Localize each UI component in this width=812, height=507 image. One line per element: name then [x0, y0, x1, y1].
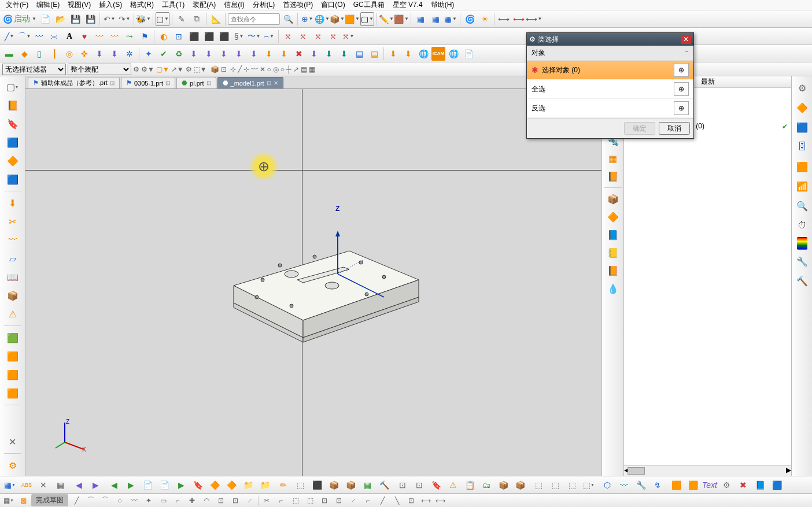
tab-3[interactable]: ⬣pl.prt⊡ [176, 77, 216, 88]
cube-icon[interactable]: 🟧▼ [345, 12, 359, 26]
lb-cut-icon[interactable]: ✂ [5, 213, 21, 230]
sun-icon[interactable]: ☀ [478, 12, 492, 26]
spline2-icon[interactable]: 〜▼ [247, 29, 261, 43]
bt1-doc2-icon[interactable]: 📄 [157, 478, 172, 492]
sb-t9-icon[interactable]: ╱ [376, 495, 389, 506]
cube2-icon[interactable]: 🟫▼ [394, 12, 408, 26]
sb-pt-icon[interactable]: ✦ [142, 495, 155, 506]
menu-insert[interactable]: 插入(S) [95, 0, 126, 10]
bt1-fold-icon[interactable]: 📁 [241, 478, 256, 492]
bt1-dia-icon[interactable]: 🔶 [207, 478, 222, 492]
sb-t1-icon[interactable]: ✂ [260, 495, 273, 506]
asm4-icon[interactable]: ┃ [47, 47, 61, 61]
snap-quad-icon[interactable]: ◎ [273, 65, 279, 73]
bt1-1-icon[interactable]: ▦▼ [2, 478, 17, 492]
sb-t3-icon[interactable]: ⬚ [289, 495, 302, 506]
lb-sheet-icon[interactable]: ▢▼ [5, 79, 21, 95]
swatch-icon[interactable]: ▢▼ [360, 12, 374, 26]
lb-box2-icon[interactable]: 📦 [5, 287, 21, 304]
bt1-o4-icon[interactable]: ⬚▼ [581, 478, 596, 492]
fly-icon[interactable]: 🐝▼ [136, 12, 150, 26]
search-icon[interactable]: 🔍 [281, 12, 295, 26]
lb-boxes2-icon[interactable]: 🟧 [5, 348, 21, 364]
rb2-10-icon[interactable]: 🔨 [794, 273, 810, 289]
new-icon[interactable]: 📄 [38, 12, 52, 26]
invert-icon[interactable]: ⊕ [674, 101, 689, 115]
sb-td-icon[interactable]: ⟷ [434, 495, 446, 506]
sb-t5-icon[interactable]: ⊡ [318, 495, 331, 506]
p10-icon[interactable]: ⬇ [322, 47, 336, 61]
bt1-x-icon[interactable]: ✕ [36, 478, 51, 492]
bt1-fwd-icon[interactable]: ▶ [123, 478, 138, 492]
line-icon[interactable]: ╱▼ [2, 29, 16, 43]
sb-rect-icon[interactable]: ▭ [157, 495, 169, 506]
bt1-gear-icon[interactable]: ⚙ [719, 478, 734, 492]
lb-warn-icon[interactable]: ⚠ [5, 306, 21, 322]
rb2-5-icon[interactable]: 📶 [794, 178, 810, 194]
lb-cube-icon[interactable]: 🟦 [5, 134, 21, 150]
sb-fil-icon[interactable]: ⌐ [171, 495, 184, 506]
rb-7-icon[interactable]: 📦 [605, 191, 621, 207]
menu-xingkong[interactable]: 星空 V7.4 [389, 0, 426, 10]
fork3-icon[interactable]: ⤲ [311, 29, 325, 43]
f6-icon[interactable]: ⬚▼ [194, 65, 207, 73]
bt1-o1-icon[interactable]: ⬚ [531, 478, 546, 492]
bt1-next-icon[interactable]: ▶ [88, 478, 103, 492]
asm3-icon[interactable]: ▯ [32, 47, 46, 61]
p7-icon[interactable]: ⬇ [277, 47, 291, 61]
p1-icon[interactable]: ⬇ [187, 47, 201, 61]
asm9-icon[interactable]: ✲ [123, 47, 136, 61]
bt1-play-icon[interactable]: ▶ [174, 478, 189, 492]
copy-icon[interactable]: ⧉ [190, 12, 204, 26]
rb2-gear-icon[interactable]: ⚙ [794, 80, 810, 96]
rb-11-icon[interactable]: 📙 [605, 262, 621, 279]
f4-icon[interactable]: ↗▼ [171, 65, 184, 73]
f5-icon[interactable]: ⚙ [186, 65, 192, 73]
undo-icon[interactable]: ↶▼ [102, 12, 116, 26]
bt1-m1-icon[interactable]: ✏ [276, 478, 291, 492]
box-icon[interactable]: 📦▼ [330, 12, 344, 26]
lb-open-icon[interactable]: 📖 [5, 269, 21, 285]
sb-2-icon[interactable]: ▩ [17, 495, 29, 506]
fork2-icon[interactable]: ⤲ [296, 29, 310, 43]
fork4-icon[interactable]: ⤲ [326, 29, 340, 43]
helix-icon[interactable]: §▼ [232, 29, 246, 43]
snap-proj-icon[interactable]: ▦ [309, 65, 315, 73]
sb-arc-icon[interactable]: ⌒ [84, 495, 97, 506]
bt1-info-icon[interactable]: 📘 [752, 478, 767, 492]
sb-t4-icon[interactable]: ⬚ [304, 495, 316, 506]
text-icon[interactable]: A [62, 29, 76, 43]
bt1-n5-icon[interactable]: 📋 [462, 478, 477, 492]
snap-int-icon[interactable]: ✕ [260, 65, 265, 73]
pencil-box-icon[interactable]: ✏️▼ [379, 12, 393, 26]
snap-grid-icon[interactable]: ▤ [301, 65, 307, 73]
bt1-n7-icon[interactable]: 📦 [496, 478, 511, 492]
rb-12-icon[interactable]: 💧 [605, 280, 621, 297]
bt1-n4-icon[interactable]: ⚠ [445, 478, 460, 492]
dim3-icon[interactable]: ⟷▼ [527, 12, 541, 26]
asm2-icon[interactable]: ◆ [17, 47, 31, 61]
p2-icon[interactable]: ⬇ [202, 47, 216, 61]
asm8-icon[interactable]: ⬇ [108, 47, 121, 61]
snap-ctr-icon[interactable]: ○ [267, 65, 271, 73]
rb2-4-icon[interactable]: 🟧 [794, 158, 810, 175]
lb-diamond-icon[interactable]: 🔶 [5, 153, 21, 169]
p11-icon[interactable]: ⬇ [337, 47, 351, 61]
sphere-icon[interactable]: 🌐▼ [315, 12, 329, 26]
snap-perp-icon[interactable]: ┼ [286, 65, 291, 73]
p5-icon[interactable]: ⬇ [247, 47, 261, 61]
bt1-fold2-icon[interactable]: 📁 [257, 478, 272, 492]
bt1-m7-icon[interactable]: 🔨 [377, 478, 392, 492]
cyl2-icon[interactable]: ⬛ [202, 29, 216, 43]
bridge-icon[interactable]: ⌢▼ [262, 29, 276, 43]
panel-hscroll[interactable]: ◀▶ [624, 465, 791, 476]
bt1-tool-icon[interactable]: 🔧 [633, 478, 648, 492]
snap-near-icon[interactable]: ↗ [293, 65, 299, 73]
curve-icon[interactable]: 〰 [32, 29, 46, 43]
bt1-dia2-icon[interactable]: 🔶 [224, 478, 239, 492]
snap-cur-icon[interactable]: 〰 [251, 65, 258, 73]
snap-end-icon[interactable]: ⊹ [243, 65, 249, 73]
lb-xy-icon[interactable]: ✕ [5, 434, 21, 450]
rb2-3-icon[interactable]: 🗄 [794, 139, 810, 155]
menu-tools[interactable]: 工具(T) [158, 0, 188, 10]
